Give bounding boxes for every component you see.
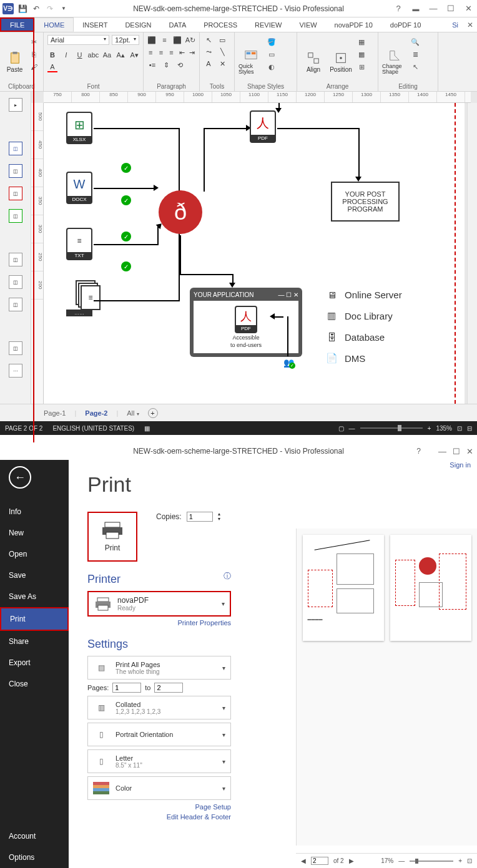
menu-account[interactable]: Account [0, 826, 69, 847]
change-shape-button[interactable]: Change Shape [382, 35, 407, 89]
zoom-out-icon[interactable]: — [349, 425, 355, 432]
font-name-select[interactable]: Arial▾ [47, 35, 109, 45]
ribbon-toggle-icon[interactable]: ▬ [410, 5, 422, 12]
minimize-icon[interactable]: — [427, 4, 440, 13]
spinner-icon[interactable]: ▴▾ [218, 512, 220, 522]
maximize-icon[interactable]: ☐ [453, 447, 460, 456]
tab-insert[interactable]: INSERT [74, 17, 116, 32]
menu-open[interactable]: Open [0, 544, 69, 565]
strike-button[interactable]: abc [88, 50, 98, 60]
paper-size-select[interactable]: ▯ Letter8.5" x 11" ▾ [87, 749, 231, 773]
printer-properties-link[interactable]: Printer Properties [87, 619, 231, 627]
page-tab-1[interactable]: Page-1 [44, 409, 66, 417]
case-button[interactable]: Aa [102, 50, 112, 60]
menu-share[interactable]: Share [0, 631, 69, 652]
page-tab-all[interactable]: All ▾ [127, 409, 139, 417]
pages-from-input[interactable] [112, 683, 141, 693]
zoom-in-icon[interactable]: + [458, 857, 462, 864]
save-icon[interactable]: 💾 [17, 4, 27, 14]
align-bot-icon[interactable]: ⬛ [173, 35, 182, 45]
redo-icon[interactable]: ↷ [45, 4, 55, 14]
next-page-icon[interactable]: ▶ [349, 857, 354, 864]
tab-dopdf[interactable]: doPDF 10 [381, 17, 430, 32]
collation-select[interactable]: ▥ Collated1,2,3 1,2,3 1,2,3 ▾ [87, 696, 231, 719]
stencil-more-icon[interactable]: ⋯ [9, 364, 22, 378]
rect-tool-icon[interactable]: ▭ [217, 35, 227, 45]
signin-link[interactable]: Si [452, 17, 458, 32]
line-icon[interactable]: ▭ [266, 49, 277, 60]
quick-styles-button[interactable]: Quick Styles [238, 35, 263, 89]
tab-view[interactable]: VIEW [290, 17, 325, 32]
macro-icon[interactable]: ▦ [144, 425, 150, 432]
processing-box[interactable]: YOUR POST PROCESSING PROGRAM [331, 182, 400, 222]
pointer-tool-icon[interactable]: ↖ [204, 35, 214, 45]
indent-inc-icon[interactable]: ⇥ [189, 47, 195, 57]
align-left-icon[interactable]: ≡ [147, 47, 154, 57]
file-xlsx-icon[interactable]: ⊞XLSX [66, 112, 92, 144]
zoom-in-icon[interactable]: + [428, 425, 431, 432]
font-size-select[interactable]: 12pt.▾ [112, 35, 139, 45]
menu-new[interactable]: New [0, 522, 69, 544]
drawing-canvas[interactable]: ⊞XLSX WDOCX ≡TXT ≡…… ✓ ✓ ✓ ✓ ð 人PDF YOUR… [44, 103, 465, 404]
tab-novapdf[interactable]: novaPDF 10 [326, 17, 381, 32]
stencil-toggle-icon[interactable]: ▸ [9, 98, 22, 112]
preview-page-2[interactable] [390, 535, 471, 641]
menu-info[interactable]: Info [0, 501, 69, 522]
add-page-icon[interactable]: + [148, 408, 158, 418]
stencil-icon[interactable]: ◫ [9, 341, 22, 355]
fit-width-icon[interactable]: ⊟ [467, 425, 472, 432]
grow-font-icon[interactable]: A▴ [116, 50, 125, 60]
preview-page-input[interactable] [311, 857, 328, 865]
print-button[interactable]: Print [87, 512, 137, 562]
tab-review[interactable]: REVIEW [246, 17, 290, 32]
preview-zoom[interactable]: 17% [381, 857, 393, 864]
close-icon[interactable]: ✕ [466, 447, 473, 456]
stencil-icon[interactable]: ◫ [9, 164, 22, 178]
connect-point-icon[interactable]: ✕ [217, 59, 227, 69]
zoom-out-icon[interactable]: — [398, 857, 405, 864]
minimize-icon[interactable]: — [438, 447, 446, 456]
font-color-icon[interactable]: A [47, 62, 57, 72]
stencil-icon[interactable]: ◫ [9, 298, 22, 311]
stencil-icon[interactable]: ◫ [9, 253, 22, 266]
send-back-icon[interactable]: ▩ [356, 49, 367, 60]
file-txt-icon[interactable]: ≡TXT [66, 228, 92, 260]
align-right-icon[interactable]: ≡ [168, 47, 175, 57]
fill-icon[interactable]: 🪣 [266, 36, 277, 47]
stencil-icon[interactable]: ◫ [9, 275, 22, 289]
align-center-icon[interactable]: ≡ [158, 47, 165, 57]
find-icon[interactable]: 🔍 [410, 36, 421, 47]
align-button[interactable]: Align [301, 35, 326, 89]
close-icon[interactable]: ✕ [462, 4, 475, 13]
italic-button[interactable]: I [61, 50, 71, 60]
align-mid-icon[interactable]: ≡ [160, 35, 169, 45]
stencil-icon[interactable]: ◫ [9, 209, 22, 223]
fit-page-icon[interactable]: ⊡ [457, 425, 462, 432]
page-setup-link[interactable]: Page Setup [87, 803, 231, 811]
spacing-icon[interactable]: ⇕ [161, 60, 171, 70]
edit-header-footer-link[interactable]: Edit Header & Footer [87, 813, 231, 821]
select-icon[interactable]: ↖ [410, 61, 421, 72]
tab-file[interactable]: FILE [0, 17, 34, 32]
orientation-icon[interactable]: A↻ [185, 35, 195, 45]
bring-front-icon[interactable]: ▦ [356, 36, 367, 47]
print-range-select[interactable]: ▤ Print All PagesThe whole thing ▾ [87, 656, 231, 680]
bullets-icon[interactable]: •≡ [147, 60, 157, 70]
language-status[interactable]: ENGLISH (UNITED STATES) [52, 425, 134, 432]
tab-home[interactable]: HOME [34, 17, 74, 32]
printer-select[interactable]: novaPDF Ready ▾ [87, 591, 231, 617]
line-tool-icon[interactable]: ╲ [217, 47, 227, 57]
red-hub-icon[interactable]: ð [159, 190, 202, 234]
tab-data[interactable]: DATA [160, 17, 195, 32]
align-top-icon[interactable]: ⬛ [147, 35, 156, 45]
preview-page-1[interactable]: ▬▬▬▬ [303, 535, 384, 641]
layers-icon[interactable]: ≣ [410, 49, 421, 60]
file-docx-icon[interactable]: WDOCX [66, 172, 92, 204]
prev-page-icon[interactable]: ◀ [301, 857, 306, 864]
page-tab-2[interactable]: Page-2 [85, 409, 107, 417]
file-pdf-icon[interactable]: 人PDF [250, 110, 276, 143]
color-select[interactable]: Color ▾ [87, 776, 231, 800]
menu-save[interactable]: Save [0, 565, 69, 586]
indent-dec-icon[interactable]: ⇤ [179, 47, 185, 57]
maximize-icon[interactable]: ☐ [445, 4, 457, 13]
